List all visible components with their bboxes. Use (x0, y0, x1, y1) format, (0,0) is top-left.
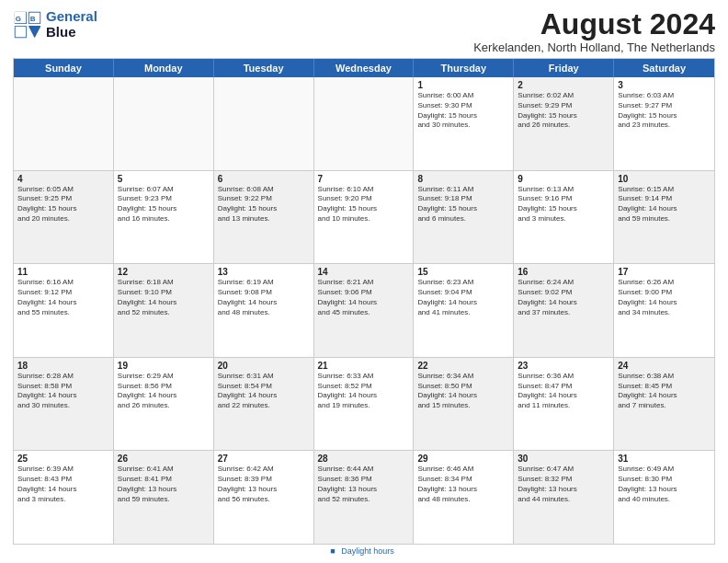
day-info: Sunrise: 6:29 AM Sunset: 8:56 PM Dayligh… (118, 372, 210, 411)
day-info: Sunrise: 6:36 AM Sunset: 8:47 PM Dayligh… (518, 372, 609, 411)
day-info: Sunrise: 6:02 AM Sunset: 9:29 PM Dayligh… (518, 91, 609, 131)
header: G B General Blue August 2024 Kerkelanden… (13, 9, 715, 54)
day-number: 28 (318, 454, 410, 464)
week-row-1: 1Sunrise: 6:00 AM Sunset: 9:30 PM Daylig… (14, 77, 714, 170)
cell-week5-day5: 29Sunrise: 6:46 AM Sunset: 8:34 PM Dayli… (414, 451, 514, 544)
svg-text:B: B (30, 14, 36, 22)
day-number: 19 (118, 361, 210, 371)
day-number: 2 (518, 80, 609, 90)
svg-text:G: G (16, 14, 21, 22)
day-info: Sunrise: 6:10 AM Sunset: 9:20 PM Dayligh… (318, 185, 410, 224)
day-number: 20 (218, 361, 310, 371)
cell-week1-day4 (314, 77, 415, 170)
day-number: 4 (17, 174, 109, 184)
day-info: Sunrise: 6:49 AM Sunset: 8:30 PM Dayligh… (618, 465, 711, 504)
cell-week4-day5: 22Sunrise: 6:34 AM Sunset: 8:50 PM Dayli… (414, 358, 514, 451)
cell-week2-day2: 5Sunrise: 6:07 AM Sunset: 9:23 PM Daylig… (114, 171, 214, 264)
week-row-5: 25Sunrise: 6:39 AM Sunset: 8:43 PM Dayli… (14, 450, 714, 544)
header-wednesday: Wednesday (314, 59, 415, 77)
cell-week2-day6: 9Sunrise: 6:13 AM Sunset: 9:16 PM Daylig… (514, 171, 614, 264)
day-number: 14 (318, 267, 410, 277)
header-sunday: Sunday (14, 59, 114, 77)
logo-icon: G B (13, 10, 42, 40)
day-info: Sunrise: 6:16 AM Sunset: 9:12 PM Dayligh… (17, 278, 109, 317)
day-info: Sunrise: 6:07 AM Sunset: 9:23 PM Dayligh… (118, 185, 210, 224)
week-row-2: 4Sunrise: 6:05 AM Sunset: 9:25 PM Daylig… (14, 170, 714, 264)
cell-week3-day2: 12Sunrise: 6:18 AM Sunset: 9:10 PM Dayli… (114, 264, 214, 357)
header-monday: Monday (114, 59, 214, 77)
cell-week4-day4: 21Sunrise: 6:33 AM Sunset: 8:52 PM Dayli… (314, 358, 415, 451)
cell-week2-day1: 4Sunrise: 6:05 AM Sunset: 9:25 PM Daylig… (14, 171, 114, 264)
cell-week4-day7: 24Sunrise: 6:38 AM Sunset: 8:45 PM Dayli… (614, 358, 714, 451)
day-info: Sunrise: 6:31 AM Sunset: 8:54 PM Dayligh… (218, 372, 310, 411)
cell-week1-day1 (14, 77, 114, 170)
cell-week2-day5: 8Sunrise: 6:11 AM Sunset: 9:18 PM Daylig… (414, 171, 514, 264)
day-number: 26 (118, 454, 210, 464)
day-info: Sunrise: 6:18 AM Sunset: 9:10 PM Dayligh… (118, 278, 210, 317)
cell-week1-day7: 3Sunrise: 6:03 AM Sunset: 9:27 PM Daylig… (614, 77, 714, 170)
logo-line2: Blue (46, 25, 97, 40)
cell-week1-day5: 1Sunrise: 6:00 AM Sunset: 9:30 PM Daylig… (414, 77, 514, 170)
day-info: Sunrise: 6:34 AM Sunset: 8:50 PM Dayligh… (417, 372, 509, 411)
day-number: 3 (618, 80, 711, 90)
day-number: 29 (417, 454, 509, 464)
day-number: 18 (17, 361, 109, 371)
day-number: 27 (218, 454, 310, 464)
calendar: Sunday Monday Tuesday Wednesday Thursday… (13, 58, 715, 545)
cell-week1-day2 (114, 77, 214, 170)
calendar-body: 1Sunrise: 6:00 AM Sunset: 9:30 PM Daylig… (14, 77, 714, 544)
cell-week4-day3: 20Sunrise: 6:31 AM Sunset: 8:54 PM Dayli… (214, 358, 314, 451)
header-saturday: Saturday (614, 59, 714, 77)
day-number: 25 (17, 454, 109, 464)
day-info: Sunrise: 6:11 AM Sunset: 9:18 PM Dayligh… (417, 185, 509, 224)
day-info: Sunrise: 6:38 AM Sunset: 8:45 PM Dayligh… (618, 372, 711, 411)
day-number: 31 (618, 454, 711, 464)
day-info: Sunrise: 6:44 AM Sunset: 8:36 PM Dayligh… (318, 465, 410, 504)
cell-week5-day7: 31Sunrise: 6:49 AM Sunset: 8:30 PM Dayli… (614, 451, 714, 544)
footer-note: ■ Daylight hours (13, 546, 715, 557)
cell-week5-day3: 27Sunrise: 6:42 AM Sunset: 8:39 PM Dayli… (214, 451, 314, 544)
day-info: Sunrise: 6:41 AM Sunset: 8:41 PM Dayligh… (118, 465, 210, 504)
cell-week2-day3: 6Sunrise: 6:08 AM Sunset: 9:22 PM Daylig… (214, 171, 314, 264)
header-tuesday: Tuesday (214, 59, 314, 77)
cell-week1-day6: 2Sunrise: 6:02 AM Sunset: 9:29 PM Daylig… (514, 77, 614, 170)
day-info: Sunrise: 6:46 AM Sunset: 8:34 PM Dayligh… (417, 465, 509, 504)
title-block: August 2024 Kerkelanden, North Holland, … (473, 9, 715, 54)
day-number: 24 (618, 361, 711, 371)
day-info: Sunrise: 6:33 AM Sunset: 8:52 PM Dayligh… (318, 372, 410, 411)
calendar-header: Sunday Monday Tuesday Wednesday Thursday… (14, 59, 714, 77)
logo-text: General Blue (46, 9, 97, 40)
day-number: 23 (518, 361, 609, 371)
day-number: 21 (318, 361, 410, 371)
day-number: 10 (618, 174, 711, 184)
month-year: August 2024 (473, 9, 715, 39)
cell-week3-day4: 14Sunrise: 6:21 AM Sunset: 9:06 PM Dayli… (314, 264, 415, 357)
cell-week1-day3 (214, 77, 314, 170)
cell-week4-day1: 18Sunrise: 6:28 AM Sunset: 8:58 PM Dayli… (14, 358, 114, 451)
cell-week3-day7: 17Sunrise: 6:26 AM Sunset: 9:00 PM Dayli… (614, 264, 714, 357)
cell-week5-day4: 28Sunrise: 6:44 AM Sunset: 8:36 PM Dayli… (314, 451, 415, 544)
day-number: 30 (518, 454, 609, 464)
day-number: 16 (518, 267, 609, 277)
day-number: 11 (17, 267, 109, 277)
day-number: 13 (218, 267, 310, 277)
footer-bullet: ■ (330, 546, 335, 556)
cell-week2-day7: 10Sunrise: 6:15 AM Sunset: 9:14 PM Dayli… (614, 171, 714, 264)
day-info: Sunrise: 6:26 AM Sunset: 9:00 PM Dayligh… (618, 278, 711, 317)
day-number: 9 (518, 174, 609, 184)
svg-rect-9 (16, 26, 27, 37)
day-info: Sunrise: 6:24 AM Sunset: 9:02 PM Dayligh… (518, 278, 609, 317)
cell-week4-day6: 23Sunrise: 6:36 AM Sunset: 8:47 PM Dayli… (514, 358, 614, 451)
day-info: Sunrise: 6:39 AM Sunset: 8:43 PM Dayligh… (17, 465, 109, 504)
day-number: 6 (218, 174, 310, 184)
week-row-4: 18Sunrise: 6:28 AM Sunset: 8:58 PM Dayli… (14, 357, 714, 451)
day-info: Sunrise: 6:03 AM Sunset: 9:27 PM Dayligh… (618, 91, 711, 131)
day-number: 7 (318, 174, 410, 184)
cell-week5-day2: 26Sunrise: 6:41 AM Sunset: 8:41 PM Dayli… (114, 451, 214, 544)
day-number: 17 (618, 267, 711, 277)
day-number: 5 (118, 174, 210, 184)
footer-label: Daylight hours (341, 546, 394, 556)
header-thursday: Thursday (414, 59, 514, 77)
day-info: Sunrise: 6:08 AM Sunset: 9:22 PM Dayligh… (218, 185, 310, 224)
cell-week3-day1: 11Sunrise: 6:16 AM Sunset: 9:12 PM Dayli… (14, 264, 114, 357)
